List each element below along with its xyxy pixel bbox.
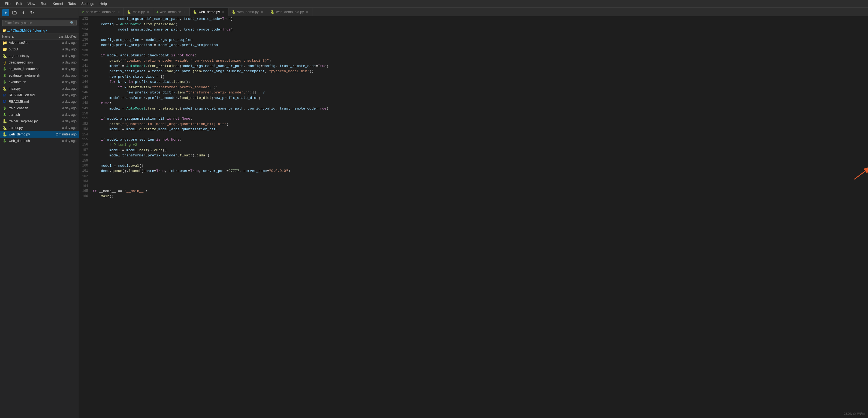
list-item[interactable]: 🐍 main.py a day ago <box>0 85 79 92</box>
tab-close-button[interactable]: × <box>146 9 150 14</box>
code-editor[interactable]: 132 model_args.model_name_or_path, trust… <box>79 17 868 199</box>
tab-close-button[interactable]: × <box>305 9 309 14</box>
line-content <box>91 32 868 37</box>
line-number: 157 <box>79 148 91 153</box>
refresh-button[interactable]: ↻ <box>28 9 35 17</box>
file-icon: 📁 <box>2 47 7 52</box>
code-line: 155 if model_args.pre_seq_len is not Non… <box>79 137 868 142</box>
line-content: if model_args.pre_seq_len is not None: <box>91 137 868 142</box>
file-modified: a day ago <box>46 87 76 91</box>
editor-tab[interactable]: 🐍 web_demo_old.py × <box>267 8 312 16</box>
editor-tab[interactable]: ≥ bash web_demo.sh × <box>79 8 124 16</box>
list-item[interactable]: $ ds_train_finetune.sh a day ago <box>0 66 79 72</box>
search-icon: 🔍 <box>70 21 74 25</box>
file-list-header: Name ▲ Last Modified <box>0 34 79 39</box>
line-number: 136 <box>79 37 91 43</box>
line-content: model = model.quantize(model_args.quanti… <box>91 127 868 132</box>
file-name: README.md <box>9 100 46 103</box>
menu-view[interactable]: View <box>25 1 38 6</box>
line-number: 149 <box>79 106 91 111</box>
menu-tabs[interactable]: Tabs <box>66 1 79 6</box>
menu-edit[interactable]: Edit <box>13 1 25 6</box>
code-line: 134 model_args.model_name_or_path, trust… <box>79 27 868 32</box>
sidebar-toolbar: + ↻ <box>0 8 79 18</box>
list-item[interactable]: 🐍 web_demo.py 2 minutes ago <box>0 131 79 138</box>
file-name: evaluate.sh <box>9 80 46 84</box>
editor-tab[interactable]: 🐍 web_demo.py × <box>190 8 228 16</box>
code-line: 137 config.prefix_projection = model_arg… <box>79 42 868 48</box>
editor-area: ≥ bash web_demo.sh × 🐍 main.py × $ web_d… <box>79 8 868 418</box>
file-modified: a day ago <box>46 119 76 123</box>
list-item[interactable]: $ train_chat.sh a day ago <box>0 105 79 111</box>
new-folder-button[interactable] <box>11 9 18 17</box>
list-item[interactable]: $ web_demo.sh a day ago <box>0 138 79 144</box>
search-input[interactable] <box>5 21 68 25</box>
line-number: 160 <box>79 163 91 169</box>
list-item[interactable]: 🐍 trainer.py a day ago <box>0 125 79 131</box>
line-number: 147 <box>79 95 91 101</box>
line-content <box>91 48 868 53</box>
code-line: 138 <box>79 48 868 53</box>
editor-tab[interactable]: 🐍 main.py × <box>124 8 153 16</box>
tab-icon: 🐍 <box>271 10 275 14</box>
list-item[interactable]: 🐍 trainer_seq2seq.py a day ago <box>0 118 79 125</box>
breadcrumb-text: ... / ChatGLM-6B / ptuning / <box>7 29 47 32</box>
tab-close-button[interactable]: × <box>117 9 120 14</box>
list-item[interactable]: 📁 output a day ago <box>0 46 79 53</box>
file-modified: a day ago <box>46 80 76 84</box>
line-content: model_args.model_name_or_path, trust_rem… <box>91 17 868 22</box>
editor-tab[interactable]: 🐍 web_demo.py × <box>228 8 267 16</box>
file-name: train.sh <box>9 113 46 117</box>
file-modified: a day ago <box>46 93 76 97</box>
list-item[interactable]: $ evaluate_finetune.sh a day ago <box>0 72 79 79</box>
list-item[interactable]: M README_en.md a day ago <box>0 92 79 98</box>
file-icon: 🐍 <box>2 125 7 130</box>
line-number: 132 <box>79 17 91 22</box>
upload-button[interactable] <box>20 9 27 17</box>
menu-kernel[interactable]: Kernel <box>50 1 66 6</box>
column-name[interactable]: Name ▲ <box>2 35 46 38</box>
list-item[interactable]: 📁 AdvertiseGen a day ago <box>0 39 79 46</box>
tab-close-button[interactable]: × <box>260 9 264 14</box>
line-number: 139 <box>79 53 91 58</box>
code-line: 147 model.transformer.prefix_encoder.loa… <box>79 95 868 101</box>
file-icon: 📁 <box>2 40 7 45</box>
file-modified: a day ago <box>46 67 76 71</box>
code-line: 139 if model_args.ptuning_checkpoint is … <box>79 53 868 58</box>
line-number: 151 <box>79 116 91 122</box>
menu-settings[interactable]: Settings <box>79 1 97 6</box>
tab-close-button[interactable]: × <box>222 9 225 14</box>
file-name: AdvertiseGen <box>9 41 46 45</box>
line-content: if model_args.quantization_bit is not No… <box>91 116 868 122</box>
code-line: 152 print(f"Quantized to {model_args.qua… <box>79 122 868 127</box>
file-icon: 🐍 <box>2 119 7 124</box>
code-line: 160 model = model.eval() <box>79 163 868 169</box>
file-modified: a day ago <box>46 113 76 117</box>
file-name: ds_train_finetune.sh <box>9 67 46 71</box>
file-modified: a day ago <box>46 100 76 103</box>
line-number: 163 <box>79 179 91 184</box>
line-number: 137 <box>79 42 91 48</box>
menu-run[interactable]: Run <box>38 1 50 6</box>
new-file-button[interactable]: + <box>2 9 9 17</box>
tab-close-button[interactable]: × <box>183 9 186 14</box>
editor-tab[interactable]: $ web_demo.sh × <box>153 8 190 16</box>
line-content: for k, v in prefix_state_dict.items(): <box>91 79 868 85</box>
line-number: 148 <box>79 101 91 106</box>
line-number: 153 <box>79 127 91 132</box>
file-modified: a day ago <box>46 54 76 58</box>
list-item[interactable]: $ evaluate.sh a day ago <box>0 79 79 85</box>
menu-file[interactable]: File <box>2 1 13 6</box>
file-icon: M <box>2 93 7 98</box>
list-item[interactable]: M README.md a day ago <box>0 98 79 105</box>
list-item[interactable]: $ train.sh a day ago <box>0 111 79 118</box>
column-modified: Last Modified <box>46 35 76 38</box>
menu-help[interactable]: Help <box>97 1 110 6</box>
list-item[interactable]: {} deepspeed.json a day ago <box>0 59 79 66</box>
line-number: 143 <box>79 74 91 79</box>
line-content: config = AutoConfig.from_pretrained( <box>91 22 868 27</box>
file-name: trainer.py <box>9 126 46 130</box>
tab-icon: 🐍 <box>127 10 131 14</box>
code-line: 150 <box>79 111 868 116</box>
list-item[interactable]: 🐍 arguments.py a day ago <box>0 53 79 59</box>
